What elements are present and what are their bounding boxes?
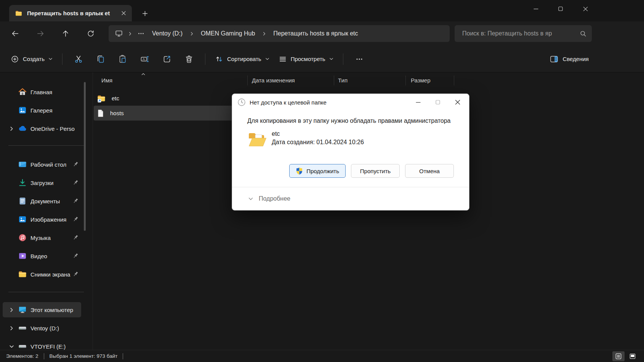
computer-icon xyxy=(18,305,27,314)
this-pc-monitor-icon[interactable] xyxy=(112,27,125,40)
sidebar-item-home[interactable]: Главная xyxy=(3,84,81,100)
column-divider[interactable] xyxy=(454,76,454,85)
sort-button[interactable]: Сортировать xyxy=(210,52,274,66)
sidebar-item-videos[interactable]: Видео xyxy=(3,248,81,264)
breadcrumb-item-current[interactable]: Перетащить hosts в ярлык etc xyxy=(269,30,362,37)
back-button[interactable] xyxy=(7,25,24,42)
thumbnail-view-icon[interactable] xyxy=(626,351,639,361)
statusbar-divider xyxy=(123,353,123,359)
breadcrumb-overflow-button[interactable] xyxy=(135,27,147,40)
view-label: Просмотреть xyxy=(291,56,325,62)
column-header-name[interactable]: Имя xyxy=(101,77,112,84)
column-header-size[interactable]: Размер xyxy=(411,77,431,84)
more-options-button[interactable] xyxy=(350,51,369,67)
sidebar-item-music[interactable]: Музыка xyxy=(3,230,81,245)
sidebar-separator xyxy=(8,292,84,292)
window-controls xyxy=(527,0,594,19)
file-row-etc[interactable]: etc xyxy=(94,91,246,106)
downloads-icon xyxy=(18,178,27,187)
chevron-down-icon[interactable] xyxy=(8,344,14,349)
file-icon xyxy=(97,109,104,117)
breadcrumb-item-drive[interactable]: Ventoy (D:) xyxy=(147,30,187,37)
breadcrumb: Ventoy (D:) OMEN Gaming Hub Перетащить h… xyxy=(109,25,450,42)
column-header-date[interactable]: Дата изменения xyxy=(252,77,295,84)
folder-shortcut-icon xyxy=(97,94,106,103)
maximize-button[interactable] xyxy=(552,0,569,18)
sidebar-item-downloads[interactable]: Загрузки xyxy=(3,175,81,190)
explorer-tab[interactable]: Перетащить hosts в ярлык et xyxy=(9,5,132,21)
sidebar-item-vtoyefi[interactable]: VTOYEFI (E:) xyxy=(3,339,81,350)
sort-ascending-icon xyxy=(141,72,146,76)
sidebar-scrollbar[interactable] xyxy=(84,82,86,231)
sidebar-item-desktop[interactable]: Рабочий стол xyxy=(3,157,81,172)
sidebar-item-this-pc[interactable]: Этот компьютер xyxy=(3,302,81,317)
dialog-folder-name: etc xyxy=(272,130,364,137)
cut-button[interactable] xyxy=(69,51,88,67)
breadcrumb-item-folder[interactable]: OMEN Gaming Hub xyxy=(196,30,260,37)
details-view-icon[interactable] xyxy=(612,351,625,361)
column-divider[interactable] xyxy=(334,76,334,85)
column-header-type[interactable]: Тип xyxy=(338,77,348,84)
tab-close-icon[interactable] xyxy=(118,8,129,19)
view-button[interactable]: Просмотреть xyxy=(274,52,338,66)
toolbar-divider xyxy=(343,53,343,65)
dialog-title: Нет доступа к целевой папке xyxy=(250,99,405,106)
delete-button[interactable] xyxy=(179,51,199,67)
drive-icon xyxy=(18,323,27,333)
toolbar-divider xyxy=(205,53,205,65)
column-divider[interactable] xyxy=(247,76,248,85)
chevron-right-icon[interactable] xyxy=(8,326,14,331)
skip-button[interactable]: Пропустить xyxy=(351,164,400,178)
dialog-close-button[interactable] xyxy=(451,97,465,108)
dialog-minimize-button[interactable] xyxy=(411,97,425,108)
new-tab-button[interactable] xyxy=(139,8,150,19)
dialog-maximize-button[interactable] xyxy=(431,97,445,108)
sidebar-item-onedrive[interactable]: OneDrive - Perso xyxy=(3,121,81,136)
cancel-button[interactable]: Отмена xyxy=(405,164,454,178)
search-icon[interactable] xyxy=(580,30,586,37)
uac-shield-icon xyxy=(296,167,303,175)
dialog-message: Для копирования в эту папку нужно облада… xyxy=(247,116,453,125)
search-input[interactable] xyxy=(461,30,577,37)
sidebar-item-documents[interactable]: Документы xyxy=(3,193,81,209)
sidebar-item-pictures[interactable]: Изображения xyxy=(3,212,81,227)
pictures-icon xyxy=(18,215,27,224)
create-button[interactable]: Создать xyxy=(6,52,57,66)
svg-text:A: A xyxy=(143,57,145,61)
rename-button[interactable]: A xyxy=(135,51,154,67)
chevron-down-icon xyxy=(265,57,269,61)
navigation-pane: Главная Галерея OneDrive - Perso Рабочи xyxy=(0,72,92,350)
share-button[interactable] xyxy=(157,51,176,67)
paste-button[interactable] xyxy=(113,51,132,67)
file-row-hosts[interactable]: hosts xyxy=(94,106,246,121)
refresh-button[interactable] xyxy=(82,25,99,42)
close-button[interactable] xyxy=(577,0,594,18)
sidebar-item-screenshots[interactable]: Снимки экрана xyxy=(3,267,81,282)
command-toolbar: Создать A Сортировать xyxy=(0,46,644,72)
create-label: Создать xyxy=(23,56,45,62)
details-toggle[interactable]: Подробнее xyxy=(232,187,469,210)
cancel-label: Отмена xyxy=(419,168,440,174)
status-bar: Элементов: 2 Выбран 1 элемент: 973 байт xyxy=(0,350,644,362)
tab-title: Перетащить hosts в ярлык et xyxy=(27,10,114,16)
selection-info: Выбран 1 элемент: 973 байт xyxy=(50,353,118,359)
up-button[interactable] xyxy=(57,25,74,42)
view-icon xyxy=(279,55,287,63)
chevron-right-icon[interactable] xyxy=(8,126,14,131)
new-item-icon xyxy=(11,55,19,63)
forward-button[interactable] xyxy=(32,25,49,42)
copy-button[interactable] xyxy=(91,51,110,67)
details-pane-button[interactable]: Сведения xyxy=(549,55,589,64)
sidebar-item-gallery[interactable]: Галерея xyxy=(3,103,81,118)
videos-icon xyxy=(18,251,27,261)
continue-button[interactable]: Продолжить xyxy=(289,164,346,178)
column-divider[interactable] xyxy=(405,76,406,85)
navigation-bar: Ventoy (D:) OMEN Gaming Hub Перетащить h… xyxy=(0,21,644,46)
folder-access-denied-dialog: Нет доступа к целевой папке Для копирова… xyxy=(232,93,469,211)
chevron-down-icon xyxy=(248,196,253,201)
minimize-button[interactable] xyxy=(527,0,545,18)
chevron-right-icon xyxy=(125,32,135,36)
sidebar-item-ventoy[interactable]: Ventoy (D:) xyxy=(3,320,81,336)
chevron-right-icon[interactable] xyxy=(8,307,14,312)
dialog-titlebar: Нет доступа к целевой папке xyxy=(232,94,469,111)
